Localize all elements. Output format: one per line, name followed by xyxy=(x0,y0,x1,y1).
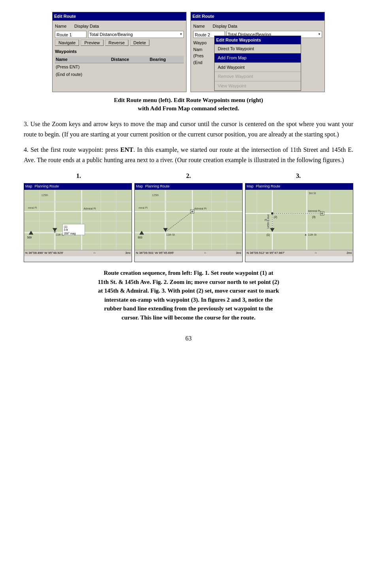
map2-svg: 11th St Admiral Pl miral Pl 125th 003 xyxy=(135,190,242,256)
svg-text:(2): (2) xyxy=(274,216,277,219)
left-route-input[interactable]: Route 1 xyxy=(55,31,87,38)
table-row: (Press ENT) xyxy=(55,63,184,71)
right-name-label: Name xyxy=(193,23,211,30)
right-col1: Waypo Nam (Pres (End xyxy=(193,40,211,66)
svg-text:(1): (1) xyxy=(64,225,67,229)
figure-label-2: 2. xyxy=(134,171,243,181)
svg-text:a: a xyxy=(305,233,307,236)
popup-item-remove[interactable]: Remove Waypoint xyxy=(215,72,301,81)
row1-name: (Press ENT) xyxy=(55,63,110,71)
svg-text:003: 003 xyxy=(138,236,143,239)
figure-labels-row: 1. 2. 3. xyxy=(24,171,353,181)
preview-button[interactable]: Preview xyxy=(81,40,103,46)
map2-scale: 3mi xyxy=(236,251,241,255)
svg-text:145th E Ave: 145th E Ave xyxy=(267,214,270,229)
map3-scale: 2mi xyxy=(347,251,352,255)
map2-bottom: N 36°09.501' W 95°45.695' ↔ 3mi xyxy=(135,250,242,256)
left-button-row: Navigate Preview Reverse Delete xyxy=(55,40,184,46)
svg-text:miral Pl: miral Pl xyxy=(139,206,148,209)
map3-body: Admiral Pl 11th St 145th E Ave 3rd St Pl xyxy=(245,190,353,256)
top-caption: Edit Route menu (left). Edit Route Waypo… xyxy=(24,96,353,113)
p4-bold: ENT xyxy=(121,146,134,153)
popup-titlebar: Edit Route Waypoints xyxy=(215,36,301,44)
table-row: (End of route) xyxy=(55,71,184,78)
svg-text:3rd St: 3rd St xyxy=(309,192,316,195)
map-figure-1: Map Planning Route xyxy=(24,183,132,262)
right-name-row: Name Display Data xyxy=(193,23,322,30)
map3-svg: Admiral Pl 11th St 145th E Ave 3rd St Pl xyxy=(245,190,353,256)
popup-item-view[interactable]: View Waypoint xyxy=(215,81,301,91)
left-name-row: Name Display Data xyxy=(55,23,184,30)
waypoints-label: Waypoints xyxy=(55,48,184,55)
edit-route-right-container: Edit Route Name Display Data Route 2 Tot… xyxy=(190,12,325,92)
map3-titlebar: Map Planning Route xyxy=(245,183,353,190)
svg-text:11th St: 11th St xyxy=(308,233,317,236)
left-display-dropdown[interactable]: Total Distance/Bearing ▼ xyxy=(88,31,184,38)
row2-name: (End of route) xyxy=(55,71,110,78)
left-waypoints-section: Waypoints Name Distance Bearing (Press E… xyxy=(55,48,184,78)
delete-button[interactable]: Delete xyxy=(130,40,150,46)
map1-svg: 11th St Admiral Pl (1) 0 ft 356° mag xyxy=(24,190,132,256)
figures-section: 1. 2. 3. Map Planning Route xyxy=(24,171,353,262)
svg-text:(1): (1) xyxy=(266,233,270,236)
svg-point-67 xyxy=(271,212,273,215)
map1-bottom: N 36°08.890' W 95°48.929' ↔ 3mi xyxy=(24,250,132,256)
svg-text:11th St: 11th St xyxy=(166,233,175,236)
edit-route-left-window: Edit Route Name Display Data Route 1 Tot… xyxy=(52,12,187,92)
svg-rect-26 xyxy=(135,190,242,255)
bottom-caption: Route creation sequence, from left: Fig.… xyxy=(24,268,353,322)
waypoints-table: Name Distance Bearing (Press ENT) (End o xyxy=(55,56,184,78)
svg-text:356° mag: 356° mag xyxy=(64,232,75,235)
svg-text:Admiral Pl: Admiral Pl xyxy=(308,210,320,212)
svg-rect-0 xyxy=(24,190,132,255)
col-name-header: Name xyxy=(55,56,110,63)
edit-route-waypoints-popup: Edit Route Waypoints Direct To Waypoint … xyxy=(214,36,301,91)
right-display-label: Display Data xyxy=(213,23,237,30)
figure-label-3: 3. xyxy=(243,171,353,181)
map1-body: 11th St Admiral Pl (1) 0 ft 356° mag xyxy=(24,190,132,256)
popup-item-add-waypoint[interactable]: Add Waypoint xyxy=(215,63,301,72)
map3-bottom: N 36°09.512' W 95°47.987' ↔ 2mi xyxy=(245,250,353,256)
right-dropdown-arrow-icon: ▼ xyxy=(318,32,321,37)
map-figure-3: Map Planning Route Admiral xyxy=(245,183,353,262)
page-number: 63 xyxy=(24,334,353,343)
reverse-button[interactable]: Reverse xyxy=(105,40,128,46)
popup-item-add-from-map[interactable]: Add From Map xyxy=(215,53,301,63)
map3-coords: N 36°09.512' W 95°47.987' xyxy=(247,251,285,255)
map1-titlebar: Map Planning Route xyxy=(24,183,132,190)
svg-text:Admiral Pl: Admiral Pl xyxy=(84,207,96,210)
svg-text:Admiral Pl: Admiral Pl xyxy=(194,207,207,210)
map2-body: 11th St Admiral Pl miral Pl 125th 003 xyxy=(135,190,242,256)
svg-text:0 ft: 0 ft xyxy=(64,229,68,231)
right-window-titlebar: Edit Route xyxy=(191,12,324,21)
maps-row: Map Planning Route xyxy=(24,183,353,262)
left-window-titlebar: Edit Route xyxy=(53,12,186,21)
svg-text:509: 509 xyxy=(27,236,32,239)
dropdown-arrow-icon: ▼ xyxy=(179,32,183,37)
popup-item-direct[interactable]: Direct To Waypoint xyxy=(215,44,301,54)
map2-coords: N 36°09.501' W 95°45.695' xyxy=(136,251,174,255)
paragraph-4: 4. Set the first route waypoint: press E… xyxy=(24,145,353,165)
left-name-label: Name xyxy=(55,23,73,30)
svg-text:125th: 125th xyxy=(152,194,159,197)
svg-text:Pl: Pl xyxy=(265,219,268,221)
screenshots-top: Edit Route Name Display Data Route 1 Tot… xyxy=(24,12,353,92)
left-display-label: Display Data xyxy=(74,23,99,30)
paragraph-3: 3. Use the Zoom keys and arrow keys to m… xyxy=(24,119,353,139)
svg-text:(3): (3) xyxy=(312,216,315,219)
svg-text:125th: 125th xyxy=(41,194,48,197)
map2-titlebar: Map Planning Route xyxy=(135,183,242,190)
map-figure-2: Map Planning Route xyxy=(134,183,243,262)
figure-label-1: 1. xyxy=(24,171,134,181)
map1-scale: 3mi xyxy=(125,251,130,255)
p4-before: 4. Set the first route waypoint: press xyxy=(24,146,121,153)
left-values-row: Route 1 Total Distance/Bearing ▼ xyxy=(55,31,184,38)
map1-coords: N 36°08.890' W 95°48.929' xyxy=(25,251,63,255)
col-distance-header: Distance xyxy=(110,56,149,63)
navigate-button[interactable]: Navigate xyxy=(55,40,79,46)
svg-text:miral Pl: miral Pl xyxy=(28,206,37,209)
col-bearing-header: Bearing xyxy=(149,56,184,63)
